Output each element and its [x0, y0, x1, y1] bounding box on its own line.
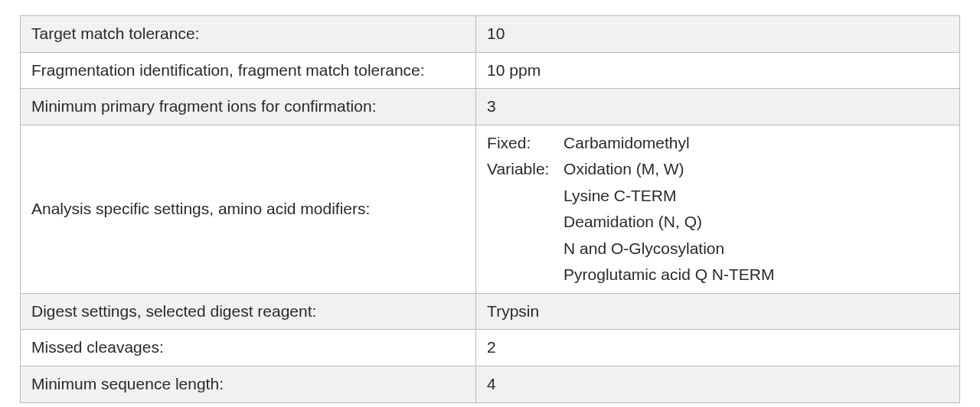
table-row: Minimum sequence length: 4 — [21, 366, 960, 403]
variable-value: Oxidation (M, W) — [564, 157, 949, 182]
param-label: Minimum sequence length: — [21, 366, 476, 403]
settings-table: Target match tolerance: 10 Fragmentation… — [20, 15, 960, 403]
variable-label: Variable: — [487, 157, 564, 182]
table-row: Fragmentation identification, fragment m… — [21, 52, 960, 89]
table-row: Target match tolerance: 10 — [21, 16, 960, 53]
param-label: Minimum primary fragment ions for confir… — [21, 89, 476, 125]
fixed-label: Fixed: — [487, 131, 564, 156]
param-value: Fixed: Carbamidomethyl Variable: Oxidati… — [476, 125, 960, 293]
param-label: Analysis specific settings, amino acid m… — [21, 125, 476, 293]
param-label: Fragmentation identification, fragment m… — [21, 52, 476, 89]
variable-value: Lysine C-TERM — [564, 184, 949, 209]
fixed-value: Carbamidomethyl — [564, 131, 949, 156]
param-label: Target match tolerance: — [21, 16, 476, 53]
param-value: 4 — [476, 366, 960, 403]
param-value: 10 ppm — [476, 52, 960, 89]
param-label: Missed cleavages: — [21, 330, 476, 366]
modifier-grid: Fixed: Carbamidomethyl Variable: Oxidati… — [487, 131, 949, 288]
table-row: Missed cleavages: 2 — [21, 330, 960, 366]
table-row: Analysis specific settings, amino acid m… — [21, 125, 960, 293]
table-row: Minimum primary fragment ions for confir… — [21, 89, 960, 125]
param-value: 10 — [476, 16, 960, 53]
param-value: 3 — [476, 89, 960, 125]
variable-value: Pyroglutamic acid Q N-TERM — [564, 262, 949, 288]
param-label: Digest settings, selected digest reagent… — [21, 293, 476, 330]
param-value: 2 — [476, 330, 960, 366]
param-value: Trypsin — [476, 293, 960, 330]
variable-value: Deamidation (N, Q) — [564, 210, 949, 235]
variable-value: N and O-Glycosylation — [564, 236, 949, 262]
table-row: Digest settings, selected digest reagent… — [21, 293, 960, 330]
